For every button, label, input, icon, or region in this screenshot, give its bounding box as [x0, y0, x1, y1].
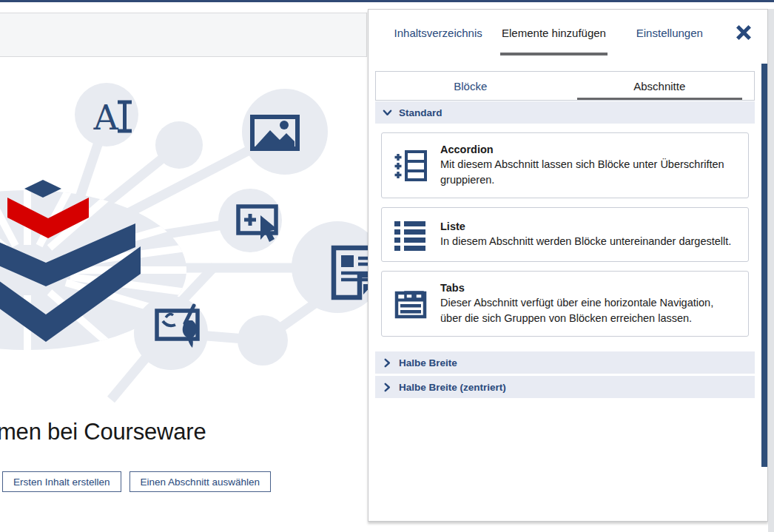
add-image-icon — [238, 206, 277, 242]
chevron-right-icon — [383, 358, 392, 368]
accordion-header-label: Halbe Breite — [399, 357, 457, 368]
close-panel-button[interactable] — [727, 10, 760, 55]
hub-spokes — [0, 181, 198, 359]
text-icon: A — [92, 98, 132, 138]
section-card-description: In diesem Abschnitt werden Blöcke untere… — [440, 234, 731, 249]
page-title: men bei Courseware — [0, 419, 206, 445]
image-icon — [252, 117, 297, 149]
section-card-description: Mit diesem Abschnitt lassen sich Blöcke … — [440, 157, 736, 187]
accordion-header-label: Standard — [399, 107, 442, 118]
choose-section-button[interactable]: Einen Abschnitt auswählen — [129, 471, 271, 492]
section-card-title: Liste — [440, 220, 731, 232]
courseware-logo — [0, 180, 141, 342]
satellite-circles — [75, 83, 368, 370]
section-card-tabs[interactable]: Tabs Dieser Abschnitt verfügt über eine … — [381, 271, 749, 337]
accordion-header-label: Halbe Breite (zentriert) — [399, 382, 506, 393]
main-toolbar — [0, 13, 367, 57]
tab-elemente-hinzufuegen[interactable]: Elemente hinzufügen — [496, 10, 611, 55]
create-first-content-button[interactable]: Ersten Inhalt erstellen — [2, 471, 121, 492]
list-icon — [394, 218, 428, 251]
page-right-gutter — [768, 9, 774, 532]
accordion-header-standard[interactable]: Standard — [375, 101, 755, 124]
accordion-header-halbe-breite[interactable]: Halbe Breite — [375, 351, 755, 374]
tab-inhaltsverzeichnis[interactable]: Inhaltsverzeichnis — [380, 10, 496, 55]
close-icon — [736, 24, 752, 41]
hub-ellipse — [0, 190, 186, 350]
section-card-title: Accordion — [440, 144, 736, 155]
accordion-header-halbe-breite-zentriert[interactable]: Halbe Breite (zentriert) — [375, 376, 755, 398]
tabs-icon — [394, 288, 428, 320]
tab-einstellungen[interactable]: Einstellungen — [612, 10, 727, 55]
document-icon — [334, 248, 368, 297]
section-card-text: Liste In diesem Abschnitt werden Blöcke … — [440, 220, 731, 249]
panel-body: Blöcke Abschnitte Standard Accordion Mit… — [369, 55, 767, 398]
section-card-accordion[interactable]: Accordion Mit diesem Abschnitt lassen si… — [381, 132, 749, 198]
section-card-liste[interactable]: Liste In diesem Abschnitt werden Blöcke … — [381, 207, 749, 262]
subtab-bloecke[interactable]: Blöcke — [376, 72, 565, 100]
cta-buttons: Ersten Inhalt erstellen Einen Abschnitt … — [2, 471, 271, 492]
scrollbar-thumb[interactable] — [761, 64, 767, 467]
subtab-abschnitte[interactable]: Abschnitte — [565, 72, 755, 100]
page-top-border — [0, 0, 774, 2]
svg-text:A: A — [92, 98, 118, 138]
courseware-artwork: A — [0, 0, 368, 532]
section-card-text: Tabs Dieser Abschnitt verfügt über eine … — [440, 282, 736, 326]
section-card-description: Dieser Abschnitt verfügt über eine horiz… — [440, 295, 736, 326]
paint-icon — [157, 306, 198, 348]
section-card-text: Accordion Mit diesem Abschnitt lassen si… — [440, 144, 736, 187]
accordion-icon — [394, 149, 428, 182]
add-elements-panel: Inhaltsverzeichnis Elemente hinzufügen E… — [368, 9, 768, 522]
chevron-right-icon — [383, 383, 392, 392]
connector-lines — [67, 118, 337, 400]
subtab-bar: Blöcke Abschnitte — [375, 71, 755, 101]
chevron-down-icon — [383, 108, 392, 118]
panel-tab-bar: Inhaltsverzeichnis Elemente hinzufügen E… — [369, 10, 767, 55]
section-card-title: Tabs — [440, 282, 736, 294]
